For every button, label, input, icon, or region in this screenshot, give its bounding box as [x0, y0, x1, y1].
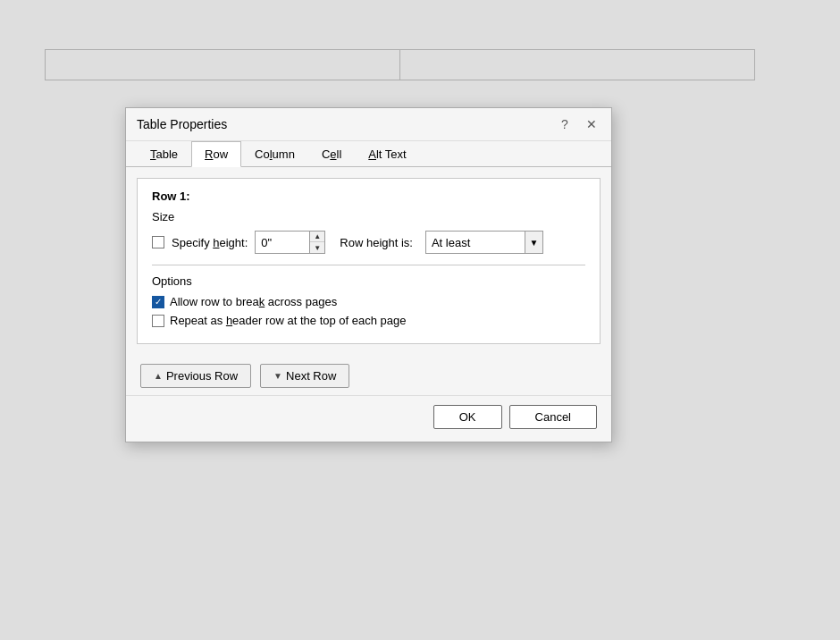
dialog-title: Table Properties: [137, 117, 227, 131]
allow-break-label: Allow row to break across pages: [170, 295, 337, 308]
repeat-header-row: Repeat as header row at the top of each …: [152, 314, 585, 327]
spinner-down-button[interactable]: ▼: [310, 242, 324, 253]
size-section-title: Size: [152, 210, 585, 223]
tab-alt-text-label: Alt Text: [368, 147, 406, 161]
spinner-up-button[interactable]: ▲: [310, 232, 324, 242]
size-options-divider: [152, 265, 585, 265]
previous-row-button[interactable]: ▲ Previous Row: [140, 364, 251, 388]
row-height-dropdown-wrapper: At least Exactly ▼: [425, 231, 543, 254]
tab-column-label: Column: [255, 147, 295, 161]
help-icon[interactable]: ?: [556, 115, 574, 133]
tab-bar: Table Row Column Cell Alt Text: [126, 141, 611, 167]
size-row: Specify height: ▲ ▼ Row height is: At le…: [152, 231, 585, 254]
ok-button[interactable]: OK: [433, 405, 502, 429]
next-row-icon: ▼: [273, 371, 282, 381]
dropdown-arrow-button[interactable]: ▼: [525, 232, 542, 253]
previous-row-icon: ▲: [154, 371, 163, 381]
titlebar-icons: ? ✕: [556, 115, 601, 133]
close-icon[interactable]: ✕: [583, 115, 601, 133]
row-label: Row 1:: [152, 189, 585, 203]
previous-row-label: Previous Row: [166, 369, 238, 383]
height-input[interactable]: [256, 232, 309, 253]
tab-row[interactable]: Row: [191, 141, 241, 167]
table-properties-dialog: Table Properties ? ✕ Table Row Column Ce…: [125, 107, 612, 442]
dialog-footer: OK Cancel: [126, 395, 611, 442]
row-height-is-label: Row height is:: [340, 236, 413, 249]
options-section: Options ✓ Allow row to break across page…: [152, 274, 585, 327]
allow-break-row: ✓ Allow row to break across pages: [152, 295, 585, 308]
spinner-buttons: ▲ ▼: [309, 232, 324, 253]
next-row-label: Next Row: [286, 369, 336, 383]
nav-buttons: ▲ Previous Row ▼ Next Row: [126, 355, 611, 395]
dialog-overlay: Table Properties ? ✕ Table Row Column Ce…: [0, 0, 840, 640]
tab-cell[interactable]: Cell: [308, 141, 355, 167]
tab-table[interactable]: Table: [137, 141, 191, 167]
repeat-header-label: Repeat as header row at the top of each …: [170, 314, 407, 327]
next-row-button[interactable]: ▼ Next Row: [260, 364, 349, 388]
options-title: Options: [152, 274, 585, 288]
specify-height-label: Specify height:: [172, 236, 248, 249]
tab-table-label: Table: [150, 147, 178, 161]
tab-column[interactable]: Column: [241, 141, 308, 167]
tab-row-label: Row: [205, 147, 228, 161]
cancel-button[interactable]: Cancel: [509, 405, 597, 429]
height-input-wrapper: ▲ ▼: [255, 231, 325, 254]
row-height-dropdown[interactable]: At least Exactly: [426, 233, 525, 252]
dialog-titlebar: Table Properties ? ✕: [126, 108, 611, 141]
dialog-content: Row 1: Size Specify height: ▲ ▼: [137, 178, 601, 344]
allow-break-checkbox[interactable]: ✓: [152, 296, 164, 308]
specify-height-checkbox[interactable]: [152, 236, 164, 248]
tab-cell-label: Cell: [322, 147, 341, 161]
repeat-header-checkbox[interactable]: [152, 315, 164, 327]
tab-alt-text[interactable]: Alt Text: [355, 141, 419, 167]
